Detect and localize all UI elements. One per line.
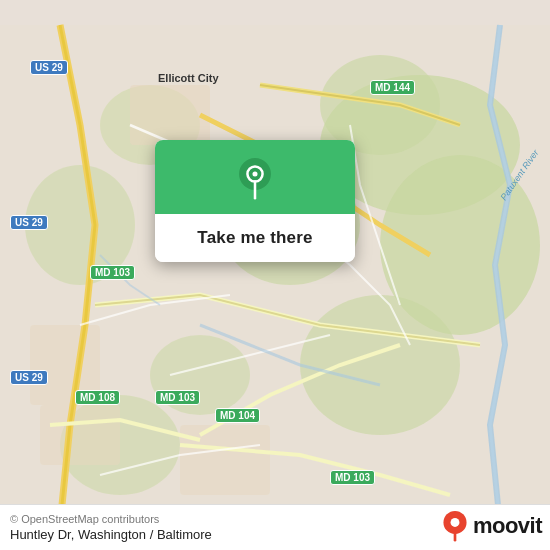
road-label-md108: MD 108: [75, 390, 120, 405]
svg-point-18: [450, 518, 459, 527]
city-label-ellicott: Ellicott City: [158, 72, 219, 84]
road-label-us29-mid: US 29: [10, 215, 48, 230]
moovit-logo: moovit: [441, 510, 542, 542]
road-label-md104: MD 104: [215, 408, 260, 423]
road-label-us29-top: US 29: [30, 60, 68, 75]
svg-rect-10: [130, 85, 210, 145]
road-label-us29-bot: US 29: [10, 370, 48, 385]
location-text: Huntley Dr, Washington / Baltimore: [10, 527, 212, 542]
moovit-brand-text: moovit: [473, 513, 542, 539]
moovit-pin-icon: [441, 510, 469, 542]
svg-rect-13: [180, 425, 270, 495]
road-label-md103-left: MD 103: [90, 265, 135, 280]
location-popup: Take me there: [155, 140, 355, 262]
road-label-md144: MD 144: [370, 80, 415, 95]
svg-point-16: [252, 171, 257, 176]
map-background: [0, 0, 550, 550]
svg-rect-12: [40, 405, 120, 465]
road-label-md103-mid: MD 103: [155, 390, 200, 405]
road-label-md103-right: MD 103: [330, 470, 375, 485]
svg-point-7: [300, 295, 460, 435]
take-me-there-button[interactable]: Take me there: [155, 214, 355, 262]
location-pin-icon: [234, 158, 276, 200]
map-container: US 29 US 29 US 29 MD 103 MD 103 MD 103 M…: [0, 0, 550, 550]
popup-green-header: [155, 140, 355, 214]
